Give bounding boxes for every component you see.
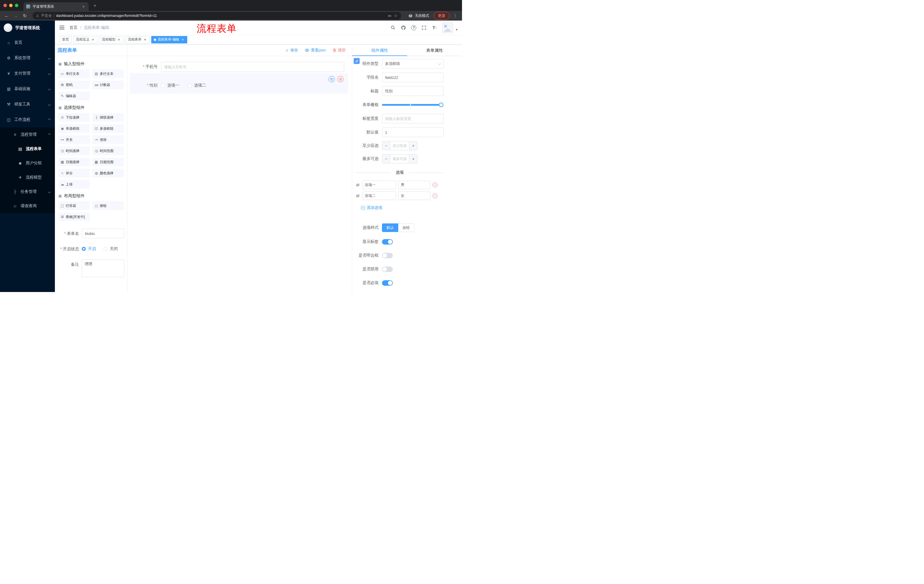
close-icon[interactable] (181, 38, 185, 42)
show-label-toggle[interactable] (382, 239, 393, 245)
radio-on-label[interactable]: 开启 (88, 246, 96, 252)
tag-process-model[interactable]: 流程模型 (99, 36, 124, 43)
window-zoom-button[interactable] (15, 4, 18, 7)
palette-item-color-picker[interactable]: 颜色选择 (92, 169, 124, 178)
checkbox-option-2[interactable]: 选项二 (188, 83, 206, 88)
back-button[interactable] (3, 12, 10, 20)
palette-item-time-picker[interactable]: 时间选择 (58, 146, 90, 155)
palette-item-table[interactable]: 表格[开发中] (58, 212, 90, 221)
browser-menu-icon[interactable] (453, 13, 457, 18)
caret-down-icon[interactable] (456, 28, 457, 31)
radio-off-label[interactable]: 关闭 (110, 246, 118, 252)
slider-handle[interactable] (439, 102, 444, 107)
palette-item-date-range[interactable]: 日期范围 (92, 158, 124, 166)
palette-item-editor[interactable]: 编辑器 (58, 92, 90, 100)
palette-item-checkbox-group[interactable]: 多选框组 (92, 124, 124, 133)
sidebar-item-process-model[interactable]: 流程模型 (0, 170, 55, 184)
app-logo[interactable]: 芋道管理系统 (0, 21, 55, 35)
sidebar-item-task-mgmt[interactable]: 任务管理 (0, 184, 55, 199)
palette-item-single-text[interactable]: 单行文本 (58, 69, 90, 78)
close-icon[interactable] (143, 38, 147, 42)
sidebar-toggle-icon[interactable] (59, 26, 64, 30)
github-icon[interactable] (401, 25, 406, 31)
form-remark-textarea[interactable]: 嘿嘿 (82, 260, 124, 277)
min-select-input[interactable] (390, 141, 409, 150)
delete-component-button[interactable] (337, 76, 344, 82)
tab-close-icon[interactable] (81, 4, 86, 9)
palette-item-button[interactable]: 按钮 (92, 201, 124, 210)
bookmark-star-icon[interactable] (394, 13, 398, 18)
title-input[interactable] (382, 86, 444, 96)
new-tab-button[interactable] (91, 2, 98, 9)
option-label-input[interactable] (362, 181, 396, 189)
option-value-input[interactable] (398, 181, 430, 189)
remove-option-button[interactable] (432, 183, 437, 188)
tag-process-form[interactable]: 流程表单 (125, 36, 150, 43)
sidebar-item-process-form[interactable]: 流程表单 (0, 142, 55, 156)
checkbox-option-1[interactable]: 选项一 (161, 83, 179, 88)
drag-handle-icon[interactable] (356, 194, 360, 198)
tag-process-definition[interactable]: 流程定义 (73, 36, 97, 43)
plus-button[interactable] (409, 141, 417, 150)
sidebar-item-devtools[interactable]: 研发工具 (0, 97, 55, 112)
component-type-select[interactable]: 多选框组 (382, 59, 444, 69)
add-option-button[interactable]: 添加选项 (361, 205, 382, 210)
tab-form-props[interactable]: 表单属性 (407, 44, 462, 56)
key-icon[interactable] (388, 14, 392, 18)
window-minimize-button[interactable] (9, 4, 13, 7)
palette-item-select[interactable]: 下拉选择 (58, 113, 90, 122)
palette-item-row-container[interactable]: 行容器 (58, 201, 90, 210)
tag-home[interactable]: 首页 (59, 36, 71, 43)
remove-option-button[interactable] (432, 193, 437, 198)
style-default-button[interactable]: 默认 (382, 224, 398, 232)
phone-field-row[interactable]: 手机号 (130, 62, 348, 72)
form-grid-slider[interactable] (382, 104, 441, 106)
tag-process-form-edit[interactable]: 流程表单-编辑 (151, 36, 187, 43)
drag-handle-icon[interactable] (356, 183, 360, 187)
radio-on[interactable] (82, 247, 86, 251)
user-avatar[interactable] (442, 22, 453, 33)
font-size-icon[interactable] (432, 25, 437, 31)
palette-item-counter[interactable]: 计数器 (92, 81, 124, 89)
palette-item-date-picker[interactable]: 日期选择 (58, 158, 90, 166)
sidebar-item-workflow[interactable]: 工作流程 (0, 112, 55, 127)
sidebar-item-payment[interactable]: 支付管理 (0, 66, 55, 81)
gender-component-selected[interactable]: 性别 选项一 选项二 (130, 73, 348, 94)
palette-item-switch[interactable]: 开关 (58, 135, 90, 144)
form-name-input[interactable] (82, 229, 124, 238)
fullscreen-icon[interactable] (421, 25, 427, 31)
style-button-button[interactable]: 按钮 (398, 224, 414, 232)
palette-item-cascader[interactable]: 级联选择 (92, 113, 124, 122)
checkbox-icon[interactable] (188, 84, 192, 87)
address-bar[interactable]: 不安全 dashboard.yudao.iocoder.cn/bpm/manag… (33, 12, 401, 20)
view-json-button[interactable]: 查看json (305, 48, 326, 53)
tab-component-props[interactable]: 组件属性 (352, 44, 407, 56)
palette-item-rate[interactable]: 评分 (58, 169, 90, 178)
plus-button[interactable] (409, 155, 417, 163)
link-icon[interactable] (354, 58, 360, 64)
minus-button[interactable] (382, 155, 390, 163)
disabled-toggle[interactable] (382, 267, 393, 272)
close-icon[interactable] (91, 38, 95, 42)
default-value-input[interactable] (382, 127, 444, 137)
max-select-input[interactable] (390, 155, 409, 163)
required-toggle[interactable] (382, 280, 393, 286)
phone-input[interactable] (161, 62, 344, 72)
save-button[interactable]: 保存 (285, 48, 298, 53)
sidebar-item-infra[interactable]: 基础设施 (0, 81, 55, 97)
breadcrumb-home[interactable]: 首页 (69, 25, 78, 30)
minus-button[interactable] (382, 141, 390, 150)
forward-button[interactable] (12, 12, 20, 20)
reload-button[interactable] (21, 12, 29, 20)
option-value-input[interactable] (398, 191, 430, 200)
palette-item-multi-text[interactable]: 多行文本 (92, 69, 124, 78)
checkbox-icon[interactable] (161, 84, 165, 87)
window-close-button[interactable] (3, 4, 7, 7)
label-width-input[interactable] (382, 114, 444, 123)
sidebar-item-process-mgmt[interactable]: 流程管理 (0, 127, 55, 142)
option-label-input[interactable] (362, 191, 396, 200)
browser-tab[interactable]: 芋道管理系统 (23, 2, 89, 11)
radio-off[interactable] (104, 247, 107, 251)
palette-item-radio-group[interactable]: 单选框组 (58, 124, 90, 133)
update-button[interactable]: 更新 (434, 12, 450, 20)
